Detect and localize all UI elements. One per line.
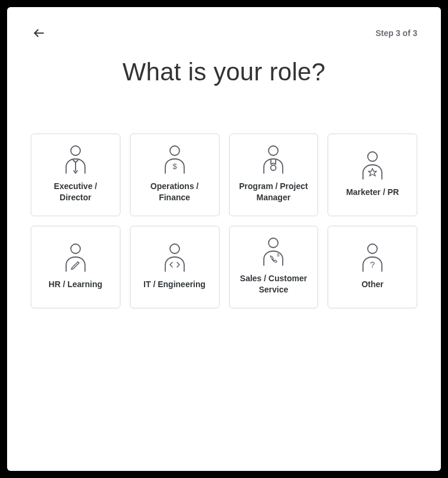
role-label: Operations / Finance bbox=[151, 181, 199, 203]
svg-text:$: $ bbox=[172, 162, 177, 171]
back-button[interactable] bbox=[31, 25, 47, 41]
role-label: Program / Project Manager bbox=[239, 181, 308, 203]
role-option-marketer[interactable]: Marketer / PR bbox=[328, 134, 417, 216]
svg-point-11 bbox=[269, 238, 278, 248]
person-star-icon bbox=[358, 150, 387, 181]
svg-text:$: $ bbox=[277, 252, 280, 258]
role-label: Other bbox=[361, 279, 383, 290]
role-grid: Executive / Director $ Operations / Fina… bbox=[31, 134, 417, 308]
svg-point-10 bbox=[170, 244, 179, 253]
page-title: What is your role? bbox=[31, 58, 417, 86]
person-tie-icon bbox=[61, 144, 90, 175]
role-option-executive[interactable]: Executive / Director bbox=[31, 134, 120, 216]
person-code-icon bbox=[161, 242, 189, 273]
role-option-sales[interactable]: $ Sales / Customer Service bbox=[229, 226, 319, 308]
person-phone-icon: $ bbox=[259, 236, 287, 267]
svg-marker-8 bbox=[368, 168, 377, 176]
person-dollar-icon: $ bbox=[161, 144, 189, 175]
svg-point-6 bbox=[271, 165, 276, 171]
role-option-other[interactable]: ? Other bbox=[328, 226, 417, 308]
svg-point-5 bbox=[269, 146, 278, 155]
person-medal-icon bbox=[259, 144, 287, 175]
svg-point-1 bbox=[71, 146, 80, 155]
svg-point-7 bbox=[368, 152, 377, 161]
role-option-pm[interactable]: Program / Project Manager bbox=[229, 134, 319, 216]
svg-point-9 bbox=[71, 244, 80, 253]
person-pencil-icon bbox=[61, 242, 90, 273]
svg-text:?: ? bbox=[370, 259, 375, 269]
topbar: Step 3 of 3 bbox=[31, 24, 417, 43]
role-label: HR / Learning bbox=[48, 279, 102, 290]
step-indicator: Step 3 of 3 bbox=[375, 28, 417, 38]
role-option-operations[interactable]: $ Operations / Finance bbox=[130, 134, 220, 216]
arrow-left-icon bbox=[32, 27, 45, 40]
svg-point-13 bbox=[368, 244, 377, 253]
svg-point-3 bbox=[170, 146, 179, 155]
role-option-it[interactable]: IT / Engineering bbox=[130, 226, 220, 308]
person-question-icon: ? bbox=[358, 242, 387, 273]
role-label: Marketer / PR bbox=[346, 187, 398, 198]
role-label: IT / Engineering bbox=[143, 279, 205, 290]
role-label: Sales / Customer Service bbox=[240, 273, 308, 295]
onboarding-card: Step 3 of 3 What is your role? Executive… bbox=[7, 7, 441, 471]
role-label: Executive / Director bbox=[54, 181, 97, 203]
role-option-hr[interactable]: HR / Learning bbox=[31, 226, 120, 308]
